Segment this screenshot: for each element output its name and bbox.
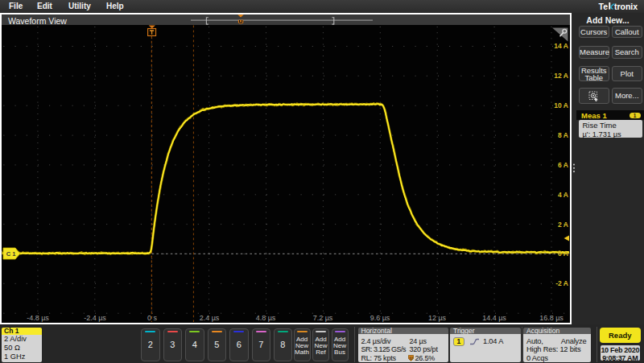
svg-text:-2 A: -2 A <box>555 279 568 287</box>
svg-text:12 µs: 12 µs <box>428 314 447 322</box>
svg-text:9.6 µs: 9.6 µs <box>370 314 390 322</box>
svg-text:2.4 µs: 2.4 µs <box>200 314 220 322</box>
svg-text:2 A: 2 A <box>558 221 568 229</box>
svg-text:16.8 µs: 16.8 µs <box>539 314 564 322</box>
svg-text:U: U <box>409 355 412 360</box>
svg-text:4.8 µs: 4.8 µs <box>256 314 276 322</box>
svg-text:7.2 µs: 7.2 µs <box>313 314 333 322</box>
svg-text:8 A: 8 A <box>558 131 568 139</box>
svg-text:14 A: 14 A <box>554 42 568 50</box>
svg-text:C 1: C 1 <box>6 250 16 258</box>
svg-text:10 A: 10 A <box>554 101 568 109</box>
svg-text:12 A: 12 A <box>554 72 568 80</box>
svg-text:0 A: 0 A <box>558 250 568 258</box>
svg-text:14.4 µs: 14.4 µs <box>482 314 506 322</box>
svg-text:0 s: 0 s <box>147 314 158 322</box>
svg-text:4 A: 4 A <box>558 191 568 199</box>
svg-text:6 A: 6 A <box>558 161 568 169</box>
svg-text:-4.8 µs: -4.8 µs <box>27 314 49 322</box>
svg-text:-2.4 µs: -2.4 µs <box>84 314 106 322</box>
